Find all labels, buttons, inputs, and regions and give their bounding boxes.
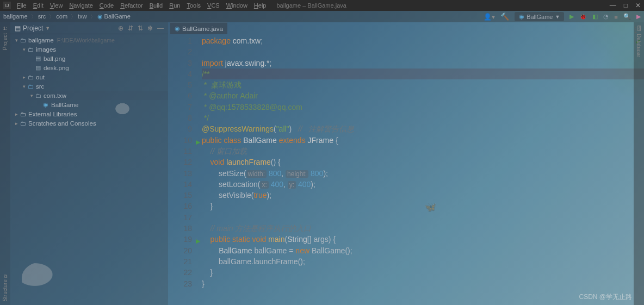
line-number[interactable]: 8 <box>168 113 192 123</box>
breadcrumb-item[interactable]: BallGame <box>104 13 131 20</box>
line-number[interactable]: 22 <box>168 267 192 278</box>
run-config-selector[interactable]: ◉ BallGame ▼ <box>515 12 564 21</box>
line-number[interactable]: 11 <box>168 146 192 157</box>
collapse-all-icon[interactable]: ⇅ <box>138 24 143 32</box>
breadcrumb-item[interactable]: ballgame <box>3 13 28 20</box>
database-tool-button[interactable]: Database <box>636 34 642 57</box>
run-gutter-icon[interactable]: ▶ <box>196 136 200 147</box>
code-line[interactable]: @SuppressWarnings("all") // 注解警告信息 <box>202 123 644 134</box>
tree-arrow-icon[interactable]: ▾ <box>14 38 19 43</box>
line-number[interactable]: 10 <box>168 135 192 146</box>
code-line[interactable]: ballGame.launchFrame(); <box>202 256 644 267</box>
tree-row[interactable]: ▤desk.png <box>10 63 168 72</box>
tree-row[interactable]: ▾🗀src <box>10 82 168 91</box>
menu-file[interactable]: File <box>14 1 29 10</box>
menu-edit[interactable]: Edit <box>30 1 46 10</box>
tree-row[interactable]: ▸🗀out <box>10 72 168 82</box>
tree-arrow-icon[interactable]: ▾ <box>21 84 27 89</box>
code-line[interactable]: * @author Adair <box>202 90 644 101</box>
tree-row[interactable]: ▸🗀Scratches and Consoles <box>10 119 168 128</box>
code-line[interactable]: } <box>202 267 644 278</box>
profile-button[interactable]: ◔ <box>603 13 609 20</box>
code-line[interactable]: setLocation(x: 400, y: 400); <box>202 179 644 190</box>
menu-tools[interactable]: Tools <box>184 1 203 10</box>
menu-vcs[interactable]: VCS <box>205 1 222 10</box>
code-line[interactable]: import javax.swing.*; <box>202 58 644 69</box>
line-number[interactable]: 4 <box>168 69 192 79</box>
code-line[interactable] <box>202 212 644 223</box>
line-number[interactable]: 20 <box>168 245 192 256</box>
menu-window[interactable]: Window <box>224 1 250 10</box>
menu-refactor[interactable]: Refactor <box>117 1 146 10</box>
settings-icon[interactable]: ✻ <box>147 24 153 32</box>
code-line[interactable]: // 窗口加载 <box>202 146 644 157</box>
debug-button[interactable]: 🐞 <box>579 13 587 20</box>
tree-row[interactable]: ▾🗀images <box>10 45 168 54</box>
line-number[interactable]: 2 <box>168 46 192 57</box>
code-line[interactable]: * 桌球游戏 <box>202 79 644 90</box>
tree-row[interactable]: ▤ball.png <box>10 54 168 63</box>
stop-button[interactable]: ■ <box>614 14 618 20</box>
tree-row[interactable]: ▸🗀External Libraries <box>10 109 168 119</box>
tree-arrow-icon[interactable]: ▸ <box>14 121 19 126</box>
search-everywhere-button[interactable]: 🔍 <box>623 13 631 20</box>
line-number[interactable]: 15 <box>168 190 192 201</box>
menu-navigate[interactable]: Navigate <box>66 1 95 10</box>
more-button[interactable]: ▶ <box>636 13 641 20</box>
hide-icon[interactable]: — <box>157 24 164 32</box>
user-icon[interactable]: 👤▾ <box>484 13 495 21</box>
menu-code[interactable]: Code <box>97 1 116 10</box>
select-opened-file-icon[interactable]: ⊕ <box>118 24 123 32</box>
menu-run[interactable]: Run <box>166 1 183 10</box>
line-number[interactable]: 21 <box>168 256 192 267</box>
line-number[interactable]: 7 <box>168 102 192 113</box>
line-number[interactable]: 13 <box>168 168 192 179</box>
code-content[interactable]: package com.txw; import javax.swing.*;/*… <box>202 34 644 305</box>
menu-help[interactable]: Help <box>251 1 269 10</box>
code-editor[interactable]: 12345678910▶111213141516171819▶20212223 … <box>168 34 644 305</box>
code-line[interactable]: // main 方法是程序执行的入口 <box>202 223 644 234</box>
tree-arrow-icon[interactable]: ▾ <box>29 93 34 98</box>
line-number[interactable]: 12 <box>168 157 192 167</box>
project-tool-button[interactable]: Project <box>2 33 8 50</box>
code-line[interactable]: void launchFrame() { <box>202 157 644 167</box>
line-number[interactable]: 1 <box>168 35 192 46</box>
code-line[interactable]: } <box>202 201 644 211</box>
code-line[interactable]: BallGame ballGame = new BallGame(); <box>202 245 644 256</box>
tree-arrow-icon[interactable]: ▾ <box>21 47 27 52</box>
line-number[interactable]: 6 <box>168 90 192 101</box>
line-number[interactable]: 3 <box>168 58 192 69</box>
tree-arrow-icon[interactable]: ▸ <box>14 111 19 117</box>
line-number[interactable]: 19 <box>168 234 192 245</box>
close-button[interactable]: ✕ <box>635 2 641 9</box>
structure-tool-button[interactable]: Structure <box>2 279 8 302</box>
code-line[interactable]: package com.txw; <box>202 35 644 46</box>
build-button[interactable]: 🔨 <box>500 13 509 21</box>
code-line[interactable]: public static void main(String[] args) { <box>202 234 644 245</box>
line-number[interactable]: 14 <box>168 179 192 190</box>
menu-view[interactable]: View <box>47 1 66 10</box>
code-line[interactable]: */ <box>202 113 644 123</box>
chevron-down-icon[interactable]: ▼ <box>45 26 50 31</box>
line-number[interactable]: 23 <box>168 278 192 289</box>
code-line[interactable]: * @qq:1578533828@qq.com <box>202 102 644 113</box>
tree-row[interactable]: ▾🗀ballgameF:\IDEAWork\ballgame <box>10 35 168 45</box>
line-number[interactable]: 16 <box>168 201 192 211</box>
line-number[interactable]: 18 <box>168 223 192 234</box>
breadcrumb-item[interactable]: com <box>56 13 67 20</box>
coverage-button[interactable]: ◧ <box>592 13 598 20</box>
breadcrumb-item[interactable]: txw <box>78 13 87 20</box>
line-number[interactable]: 9 <box>168 123 192 134</box>
minimize-button[interactable]: — <box>610 2 616 9</box>
code-line[interactable]: public class BallGame extends JFrame { <box>202 135 644 146</box>
line-number[interactable]: 5 <box>168 79 192 90</box>
tree-arrow-icon[interactable]: ▸ <box>21 74 27 80</box>
line-number[interactable]: 17 <box>168 212 192 223</box>
run-gutter-icon[interactable]: ▶ <box>196 235 200 246</box>
run-button[interactable]: ▶ <box>569 13 574 20</box>
breadcrumb-item[interactable]: src <box>38 13 46 20</box>
project-panel-title[interactable]: Project <box>23 24 43 32</box>
editor-tab[interactable]: ◉ BallGame.java <box>170 22 227 34</box>
code-line[interactable] <box>202 46 644 57</box>
menu-build[interactable]: Build <box>147 1 165 10</box>
